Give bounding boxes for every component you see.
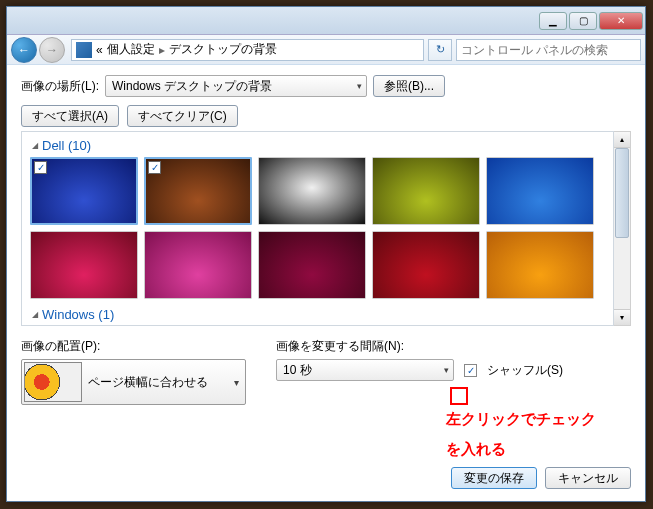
content: 画像の場所(L): Windows デスクトップの背景 参照(B)... すべて… (7, 65, 645, 415)
cancel-button[interactable]: キャンセル (545, 467, 631, 489)
breadcrumb-sep-icon: ▸ (159, 43, 165, 57)
scroll-track[interactable] (614, 148, 630, 309)
thumb-checkbox[interactable]: ✓ (34, 161, 47, 174)
wallpaper-thumb[interactable] (258, 231, 366, 299)
scroll-down-button[interactable]: ▾ (614, 309, 630, 325)
forward-button: → (39, 37, 65, 63)
wallpaper-thumb[interactable] (144, 231, 252, 299)
category-icon (76, 42, 92, 58)
fit-value: ページ横幅に合わせる (88, 374, 208, 391)
gallery: Dell (10) ✓✓ Windows (1) (21, 131, 614, 326)
titlebar: ▁ ▢ ✕ (7, 7, 645, 35)
address-bar[interactable]: « 個人設定 ▸ デスクトップの背景 (71, 39, 424, 61)
close-button[interactable]: ✕ (599, 12, 643, 30)
wallpaper-thumb[interactable] (372, 231, 480, 299)
wallpaper-thumb[interactable] (486, 157, 594, 225)
scrollbar[interactable]: ▴ ▾ (614, 131, 631, 326)
fit-preview-icon (24, 362, 82, 402)
shuffle-checkbox[interactable]: ✓ (464, 364, 477, 377)
interval-col: 画像を変更する間隔(N): 10 秒 ✓ シャッフル(S) (276, 338, 563, 405)
breadcrumb-chevrons: « (96, 43, 103, 57)
location-label: 画像の場所(L): (21, 78, 99, 95)
breadcrumb-page[interactable]: デスクトップの背景 (169, 41, 277, 58)
thumb-checkbox[interactable]: ✓ (148, 161, 161, 174)
location-combo[interactable]: Windows デスクトップの背景 (105, 75, 367, 97)
search-input[interactable] (456, 39, 641, 61)
selection-row: すべて選択(A) すべてクリア(C) (21, 105, 631, 127)
wallpaper-thumb[interactable] (372, 157, 480, 225)
fit-label: 画像の配置(P): (21, 338, 246, 355)
refresh-button[interactable]: ↻ (428, 39, 452, 61)
wallpaper-thumb[interactable]: ✓ (30, 157, 138, 225)
footer: 変更の保存 キャンセル (451, 467, 631, 489)
window: ▁ ▢ ✕ ← → « 個人設定 ▸ デスクトップの背景 ↻ 画像の場所(L):… (6, 6, 646, 502)
browse-button[interactable]: 参照(B)... (373, 75, 445, 97)
minimize-button[interactable]: ▁ (539, 12, 567, 30)
fit-col: 画像の配置(P): ページ横幅に合わせる (21, 338, 246, 405)
fit-combo[interactable]: ページ横幅に合わせる (21, 359, 246, 405)
wallpaper-thumb[interactable] (486, 231, 594, 299)
maximize-button[interactable]: ▢ (569, 12, 597, 30)
interval-combo[interactable]: 10 秒 (276, 359, 454, 381)
scroll-thumb[interactable] (615, 148, 629, 238)
location-row: 画像の場所(L): Windows デスクトップの背景 参照(B)... (21, 75, 631, 97)
wallpaper-thumb[interactable]: ✓ (144, 157, 252, 225)
wallpaper-thumb[interactable] (30, 231, 138, 299)
group-dell-title[interactable]: Dell (10) (28, 136, 607, 157)
breadcrumb-category[interactable]: 個人設定 (107, 41, 155, 58)
navbar: ← → « 個人設定 ▸ デスクトップの背景 ↻ (7, 35, 645, 65)
save-button[interactable]: 変更の保存 (451, 467, 537, 489)
options-row: 画像の配置(P): ページ横幅に合わせる 画像を変更する間隔(N): 10 秒 … (21, 338, 631, 405)
thumbs-dell: ✓✓ (28, 157, 607, 299)
group-windows-title[interactable]: Windows (1) (28, 305, 607, 326)
clear-all-button[interactable]: すべてクリア(C) (127, 105, 238, 127)
gallery-wrap: Dell (10) ✓✓ Windows (1) ▴ ▾ (21, 131, 631, 326)
interval-label: 画像を変更する間隔(N): (276, 338, 563, 355)
back-button[interactable]: ← (11, 37, 37, 63)
wallpaper-thumb[interactable] (258, 157, 366, 225)
scroll-up-button[interactable]: ▴ (614, 132, 630, 148)
select-all-button[interactable]: すべて選択(A) (21, 105, 119, 127)
shuffle-label: シャッフル(S) (487, 362, 563, 379)
